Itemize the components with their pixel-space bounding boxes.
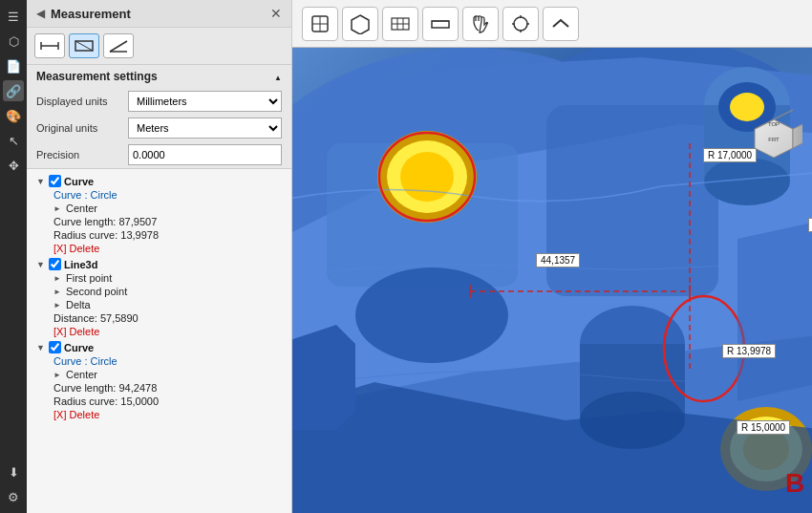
line3d-delete-row[interactable]: [X] Delete — [52, 325, 286, 338]
3d-model-svg: B — [292, 48, 812, 513]
line3d-fp-expand[interactable] — [53, 273, 63, 283]
curve2-center-expand[interactable] — [53, 370, 63, 379]
precision-label: Precision — [36, 149, 122, 160]
original-units-row: Original units Meters Millimeters Inches — [27, 115, 291, 141]
curve1-radius: Radius curve: 13,9978 — [53, 229, 159, 241]
line3d-delta-expand[interactable] — [53, 300, 63, 310]
settings-header[interactable]: Measurement settings — [27, 65, 291, 88]
line3d-children: First point Second point Delta Distance:… — [52, 271, 286, 338]
tree-curve1-row[interactable]: ▼ Curve — [34, 174, 286, 188]
panel-header: ◀ Measurement ✕ — [27, 0, 291, 28]
line3d-delta: Delta — [66, 299, 91, 310]
curve1-center-label: Center — [66, 203, 97, 214]
line3d-firstpoint-row[interactable]: First point — [52, 271, 286, 285]
hand-tool-button[interactable] — [462, 7, 499, 41]
svg-text:B: B — [785, 468, 804, 498]
line3d-distance-row: Distance: 57,5890 — [52, 311, 286, 325]
nav-cube[interactable]: TOP FRT — [745, 105, 802, 162]
curve2-radius-row: Radius curve: 15,0000 — [52, 395, 286, 408]
measure-distance-button[interactable] — [34, 33, 65, 58]
svg-line-4 — [75, 41, 93, 51]
curve2-center-row[interactable]: Center — [52, 368, 286, 381]
tree-curve2-row[interactable]: ▼ Curve — [34, 340, 286, 354]
measurement-tree: ▼ Curve Curve : Circle Center Curve leng… — [27, 169, 291, 513]
panel-back-icon[interactable]: ◀ — [36, 7, 45, 20]
measurement-panel: ◀ Measurement ✕ Measurement settings Dis… — [27, 0, 292, 513]
panel-header-left: ◀ Measurement — [36, 7, 131, 21]
precision-input[interactable] — [128, 144, 282, 165]
curve2-delete-row[interactable]: [X] Delete — [52, 408, 286, 421]
curve1-type: Curve : Circle — [53, 189, 118, 201]
svg-rect-15 — [432, 21, 449, 28]
panel-toolbar — [27, 28, 291, 65]
sidebar-paint[interactable]: 🎨 — [3, 105, 24, 126]
curve2-radius: Radius curve: 15,0000 — [53, 395, 159, 407]
viewport-background: B R 17,0000 44,1357 57,5890 R 13,9978 R … — [292, 48, 812, 513]
3d-viewport[interactable]: B R 17,0000 44,1357 57,5890 R 13,9978 R … — [292, 0, 812, 513]
sketch-mode-button[interactable] — [302, 7, 338, 41]
solid-mode-button[interactable] — [342, 7, 378, 41]
curve1-expand-icon[interactable]: ▼ — [36, 177, 46, 186]
settings-label: Measurement settings — [36, 70, 158, 83]
panel-close-button[interactable]: ✕ — [270, 6, 282, 21]
line3d-distance: Distance: 57,5890 — [53, 312, 139, 324]
sidebar-document[interactable]: 📄 — [3, 55, 24, 76]
line3d-delta-row[interactable]: Delta — [52, 298, 286, 311]
panel-title: Measurement — [51, 7, 131, 21]
curve1-radius-row: Radius curve: 13,9978 — [52, 228, 286, 242]
curve1-children: Curve : Circle Center Curve length: 87,9… — [52, 188, 286, 255]
settings-section: Measurement settings Displayed units Mil… — [27, 65, 291, 169]
svg-marker-50 — [793, 119, 802, 148]
grid-button[interactable] — [422, 7, 459, 41]
line3d-row[interactable]: ▼ Line3d — [34, 257, 286, 271]
svg-point-37 — [400, 152, 454, 202]
curve2-type-row: Curve : Circle — [52, 354, 286, 368]
measure-edge-button[interactable] — [69, 33, 99, 58]
sidebar-layers[interactable]: ☰ — [3, 6, 24, 27]
select-button[interactable] — [502, 7, 539, 41]
curve2-length: Curve length: 94,2478 — [53, 382, 157, 394]
left-sidebar: ☰ ⬡ 📄 🔗 🎨 ↖ ✥ ⬇ ⚙ — [0, 0, 27, 513]
line3d-sp-expand[interactable] — [53, 287, 63, 296]
tree-curve1: ▼ Curve Curve : Circle Center Curve leng… — [27, 173, 291, 256]
line3d-firstpoint: First point — [66, 272, 112, 284]
curve2-children: Curve : Circle Center Curve length: 94,2… — [52, 354, 286, 421]
curve2-label: Curve — [64, 342, 94, 353]
sidebar-settings[interactable]: ⚙ — [3, 486, 24, 507]
svg-line-6 — [110, 41, 127, 52]
displayed-units-select[interactable]: Millimeters Meters Inches — [128, 91, 282, 112]
line3d-delete[interactable]: [X] Delete — [53, 326, 99, 337]
chevron-button[interactable] — [543, 7, 579, 41]
curve1-delete[interactable]: [X] Delete — [53, 243, 99, 254]
curve1-delete-row[interactable]: [X] Delete — [52, 242, 286, 255]
line3d-secondpoint: Second point — [66, 286, 127, 297]
viewport-toolbar — [292, 0, 812, 48]
original-units-label: Original units — [36, 122, 122, 134]
curve2-checkbox[interactable] — [49, 341, 61, 353]
curve1-checkbox[interactable] — [49, 175, 61, 187]
curve2-center-label: Center — [66, 369, 97, 380]
curve1-length: Curve length: 87,9507 — [53, 216, 157, 227]
measure-angle-button[interactable] — [103, 33, 134, 58]
curve2-expand-icon[interactable]: ▼ — [36, 343, 46, 353]
displayed-units-row: Displayed units Millimeters Meters Inche… — [27, 88, 291, 115]
svg-point-26 — [355, 267, 508, 363]
sidebar-download[interactable]: ⬇ — [3, 461, 24, 482]
wireframe-mode-button[interactable] — [382, 7, 418, 41]
line3d-checkbox[interactable] — [49, 258, 61, 270]
sidebar-shapes[interactable]: ⬡ — [3, 31, 24, 52]
line3d-expand-icon[interactable]: ▼ — [36, 260, 46, 269]
sidebar-move[interactable]: ✥ — [3, 155, 24, 176]
line3d-secondpoint-row[interactable]: Second point — [52, 285, 286, 298]
curve2-length-row: Curve length: 94,2478 — [52, 381, 286, 395]
curve1-center-row[interactable]: Center — [52, 202, 286, 215]
sidebar-link[interactable]: 🔗 — [3, 80, 24, 101]
precision-row: Precision — [27, 141, 291, 168]
svg-marker-10 — [352, 15, 369, 34]
original-units-select[interactable]: Meters Millimeters Inches — [128, 118, 282, 139]
svg-text:TOP: TOP — [768, 121, 780, 127]
sidebar-cursor[interactable]: ↖ — [3, 130, 24, 151]
curve1-center-expand[interactable] — [53, 203, 63, 213]
svg-text:FRT: FRT — [768, 137, 780, 142]
curve2-delete[interactable]: [X] Delete — [53, 409, 99, 420]
